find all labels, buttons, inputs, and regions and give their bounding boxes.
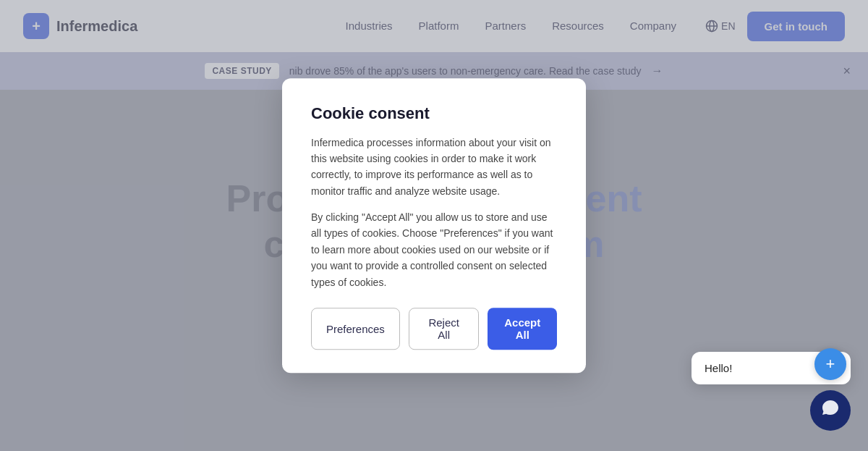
reject-all-button[interactable]: Reject All <box>409 308 480 350</box>
chat-fab-icon <box>821 399 840 422</box>
chat-hello-text: Hello! <box>705 362 732 374</box>
chat-add-icon: + <box>826 356 835 372</box>
chat-add-button[interactable]: + <box>814 348 846 380</box>
preferences-button[interactable]: Preferences <box>311 308 400 350</box>
cookie-buttons: Preferences Reject All Accept All <box>311 308 557 350</box>
cookie-consent-modal: Cookie consent Infermedica processes inf… <box>282 78 586 374</box>
cookie-text-1: Infermedica processes information about … <box>311 135 557 200</box>
accept-all-button[interactable]: Accept All <box>488 308 557 350</box>
cookie-title: Cookie consent <box>311 104 557 123</box>
chat-fab-button[interactable] <box>810 390 851 431</box>
cookie-text-2: By clicking "Accept All" you allow us to… <box>311 209 557 290</box>
